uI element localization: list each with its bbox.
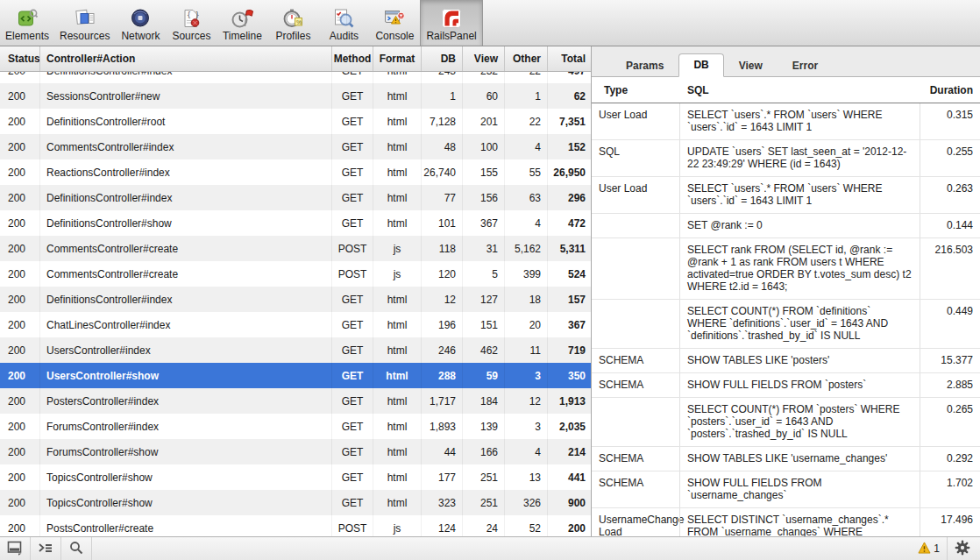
- db-cell: 101: [421, 210, 462, 236]
- table-row[interactable]: 200 TopicsController#show GET html 323 2…: [0, 490, 591, 515]
- query-row[interactable]: SELECT COUNT(*) FROM `posters` WHERE `po…: [592, 398, 980, 447]
- col-type: Type: [592, 77, 679, 103]
- console-icon: [383, 7, 406, 30]
- console-drawer-button[interactable]: [31, 537, 61, 560]
- db-cell: 246: [421, 337, 462, 363]
- status-cell: 200: [0, 134, 39, 159]
- devtools-toolbar: Elements Resources: [0, 0, 980, 46]
- table-row[interactable]: 200 CommentsController#create POST js 11…: [0, 236, 591, 261]
- table-row[interactable]: 200 ChatLinesController#index GET html 1…: [0, 312, 591, 337]
- status-cell: 200: [0, 464, 39, 490]
- status-cell: 200: [0, 109, 39, 134]
- format-cell: html: [373, 159, 421, 185]
- table-row[interactable]: 200 ForumsController#show GET html 44 16…: [0, 439, 591, 464]
- format-cell: html: [373, 388, 421, 414]
- search-icon: [68, 540, 84, 558]
- table-row[interactable]: 200 CommentsController#index GET html 48…: [0, 134, 591, 159]
- tab-resources[interactable]: Resources: [54, 0, 115, 46]
- tab-network[interactable]: Network: [115, 0, 166, 46]
- tab-label: Sources: [172, 31, 210, 42]
- tab-label: Timeline: [223, 31, 262, 42]
- action-cell: DefinitionsController#index: [39, 72, 331, 83]
- table-row[interactable]: 200 ForumsController#index GET html 1,89…: [0, 414, 591, 439]
- warning-icon: [918, 542, 931, 556]
- total-cell: 152: [547, 134, 591, 159]
- network-icon: [129, 7, 152, 30]
- tab-label: RailsPanel: [426, 31, 476, 42]
- col-other: Other: [504, 46, 547, 71]
- col-view: View: [462, 46, 504, 71]
- db-cell: 288: [421, 363, 462, 388]
- partially-scrolled-row[interactable]: 200 DefinitionsController#index GET html…: [0, 72, 591, 83]
- detail-tab-bar: Params DB View Error: [592, 46, 980, 77]
- table-row[interactable]: 200 DefinitionsController#index GET html…: [0, 287, 591, 312]
- query-row[interactable]: SET @rank := 0 0.144: [592, 214, 980, 238]
- tab-db[interactable]: DB: [678, 53, 723, 77]
- action-cell: PostsController#create: [39, 515, 331, 536]
- col-action: Controller#Action: [39, 46, 331, 71]
- main-area: Status Controller#Action Method Format D…: [0, 46, 980, 536]
- action-cell: CommentsController#create: [39, 261, 331, 287]
- query-sql-cell: SELECT `users`.* FROM `users` WHERE `use…: [679, 177, 920, 213]
- format-cell: html: [373, 185, 421, 210]
- action-cell: ReactionsController#index: [39, 159, 331, 185]
- tab-label: Profiles: [275, 31, 310, 42]
- tab-railspanel[interactable]: RailsPanel: [420, 0, 482, 46]
- format-cell: html: [373, 414, 421, 439]
- other-cell: 4: [504, 210, 547, 236]
- table-row[interactable]: 200 PostsController#create POST js 124 2…: [0, 515, 591, 536]
- query-row[interactable]: SELECT rank FROM (SELECT id, @rank := @r…: [592, 238, 980, 300]
- table-row[interactable]: 200 CommentsController#create POST js 12…: [0, 261, 591, 287]
- other-cell: 55: [504, 159, 547, 185]
- total-cell: 524: [547, 261, 591, 287]
- view-cell: 5: [462, 261, 504, 287]
- query-row[interactable]: UsernameChange Load SELECT DISTINCT `use…: [592, 508, 980, 536]
- search-button[interactable]: [61, 537, 92, 560]
- table-row[interactable]: 200 ReactionsController#index GET html 2…: [0, 159, 591, 185]
- db-cell: 243: [421, 72, 462, 83]
- table-row[interactable]: 200 SessionsController#new GET html 1 60…: [0, 83, 591, 109]
- format-cell: html: [373, 490, 421, 515]
- table-row[interactable]: 200 UsersController#show GET html 288 59…: [0, 363, 591, 388]
- view-cell: 155: [462, 159, 504, 185]
- query-row[interactable]: User Load SELECT `users`.* FROM `users` …: [592, 177, 980, 214]
- table-row[interactable]: 200 PostersController#index GET html 1,7…: [0, 388, 591, 414]
- tab-profiles[interactable]: % Profiles: [267, 0, 318, 46]
- query-row[interactable]: SELECT COUNT(*) FROM `definitions` WHERE…: [592, 300, 980, 349]
- method-cell: GET: [331, 72, 373, 83]
- tab-timeline[interactable]: Timeline: [217, 0, 267, 46]
- query-row[interactable]: SCHEMA SHOW FULL FIELDS FROM `posters` 2…: [592, 373, 980, 398]
- tab-sources[interactable]: { } Sources: [166, 0, 217, 46]
- format-cell: html: [373, 312, 421, 337]
- tab-params[interactable]: Params: [611, 54, 678, 77]
- warnings-button[interactable]: 1: [911, 537, 948, 560]
- tab-elements[interactable]: Elements: [0, 0, 54, 46]
- db-cell: 48: [421, 134, 462, 159]
- method-cell: POST: [331, 236, 373, 261]
- dock-side-button[interactable]: [0, 537, 31, 560]
- status-cell: 200: [0, 287, 39, 312]
- query-row[interactable]: SQL UPDATE `users` SET last_seen_at = '2…: [592, 140, 980, 177]
- tab-console[interactable]: Console: [369, 0, 420, 46]
- query-row[interactable]: SCHEMA SHOW TABLES LIKE 'posters' 15.377: [592, 349, 980, 373]
- table-row[interactable]: 200 DefinitionsController#index GET html…: [0, 185, 591, 210]
- tab-audits[interactable]: Audits: [318, 0, 369, 46]
- method-cell: POST: [331, 261, 373, 287]
- query-row[interactable]: SCHEMA SHOW FULL FIELDS FROM `username_c…: [592, 471, 980, 508]
- view-cell: 232: [462, 72, 504, 83]
- table-row[interactable]: 200 DefinitionsController#root GET html …: [0, 109, 591, 134]
- query-row[interactable]: User Load SELECT `users`.* FROM `users` …: [592, 103, 980, 140]
- table-row[interactable]: 200 DefinitionsController#show GET html …: [0, 210, 591, 236]
- query-sql-cell: SHOW FULL FIELDS FROM `posters`: [679, 373, 920, 397]
- query-row[interactable]: SCHEMA SHOW TABLES LIKE 'username_change…: [592, 447, 980, 471]
- query-duration-cell: 15.377: [920, 349, 980, 372]
- table-row[interactable]: 200 UsersController#index GET html 246 4…: [0, 337, 591, 363]
- other-cell: 399: [504, 261, 547, 287]
- view-cell: 184: [462, 388, 504, 414]
- action-cell: PostersController#index: [39, 388, 331, 414]
- query-sql-cell: UPDATE `users` SET last_seen_at = '2012-…: [679, 140, 920, 176]
- settings-button[interactable]: [948, 537, 976, 560]
- tab-view[interactable]: View: [724, 54, 778, 77]
- table-row[interactable]: 200 TopicsController#show GET html 177 2…: [0, 464, 591, 490]
- tab-error[interactable]: Error: [778, 54, 833, 77]
